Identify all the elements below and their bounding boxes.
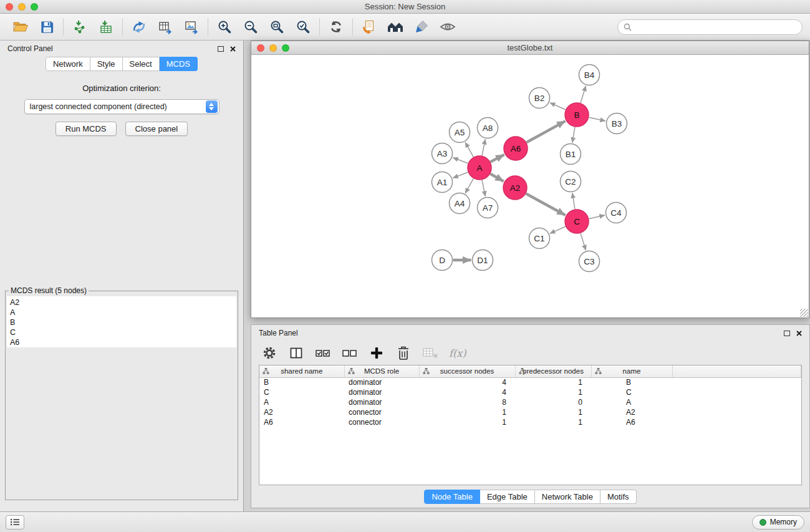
unchecked-boxes-icon[interactable] [342, 345, 358, 361]
tab-node-table[interactable]: Node Table [424, 490, 480, 504]
node-A3[interactable]: A3 [432, 143, 453, 164]
node-B1[interactable]: B1 [561, 144, 581, 165]
column-header-name[interactable]: name [591, 365, 672, 377]
edge-A-A6[interactable] [491, 155, 504, 162]
node-B3[interactable]: B3 [607, 114, 627, 134]
import-table-icon[interactable] [93, 16, 119, 38]
table-row[interactable]: A2connector11A2 [259, 407, 801, 417]
column-split-icon[interactable] [288, 345, 304, 361]
panel-selector-button[interactable] [6, 515, 24, 530]
edge-B-B3[interactable] [589, 117, 605, 121]
edge-C-C2[interactable] [572, 193, 575, 209]
run-mcds-button[interactable]: Run MCDS [55, 122, 117, 136]
tab-network[interactable]: Network [46, 57, 90, 71]
plus-icon[interactable] [369, 345, 385, 361]
result-item[interactable]: A2 [7, 297, 236, 307]
edge-A-A2[interactable] [490, 174, 503, 181]
mcds-result-list[interactable]: A2ABCA6 [7, 296, 236, 347]
edge-B-B4[interactable] [581, 86, 586, 103]
column-header-mcds-role[interactable]: MCDS role [344, 365, 419, 377]
save-floppy-icon[interactable] [34, 16, 60, 38]
minimize-window-button[interactable] [18, 3, 26, 11]
tab-select[interactable]: Select [123, 57, 160, 71]
tab-motifs[interactable]: Motifs [600, 490, 637, 504]
edge-A-A1[interactable] [453, 172, 468, 178]
float-panel-icon[interactable] [218, 46, 224, 52]
edge-B-B2[interactable] [550, 103, 566, 110]
node-A8[interactable]: A8 [478, 118, 498, 138]
zoom-fit-icon[interactable] [264, 16, 290, 38]
edge-A-A7[interactable] [482, 180, 485, 196]
table-export-icon[interactable] [152, 16, 178, 38]
edge-A-A3[interactable] [453, 158, 468, 163]
network-arrows-icon[interactable] [126, 16, 152, 38]
fx-function-builder[interactable]: f(x) [449, 347, 466, 359]
network-canvas[interactable]: AA1A2A3A4A5A6A7A8BB1B2B3B4CC1C2C3C4DD1 [251, 55, 809, 317]
result-item[interactable]: B [7, 317, 236, 327]
node-C4[interactable]: C4 [606, 203, 627, 223]
node-table-container[interactable]: shared nameMCDS rolesuccessor nodesprede… [259, 365, 802, 485]
import-network-icon[interactable] [67, 16, 93, 38]
edge-A-A4[interactable] [465, 178, 473, 193]
trash-icon[interactable] [395, 345, 412, 361]
open-folder-icon[interactable] [7, 16, 34, 38]
table-row[interactable]: A6connector11A6 [259, 417, 801, 427]
network-zoom-button[interactable] [282, 44, 289, 52]
node-D1[interactable]: D1 [473, 250, 493, 271]
resize-grip-icon[interactable] [800, 309, 808, 317]
column-header-shared-name[interactable]: shared name [259, 365, 344, 377]
result-item[interactable]: A6 [7, 337, 236, 347]
column-header-successor-nodes[interactable]: successor nodes [419, 365, 515, 377]
grid-disabled-icon[interactable] [422, 345, 438, 361]
node-A1[interactable]: A1 [432, 172, 453, 193]
tab-edge-table[interactable]: Edge Table [480, 490, 535, 504]
edge-A6-B[interactable] [527, 121, 566, 142]
zoom-out-icon[interactable] [238, 16, 264, 38]
edge-A-A8[interactable] [482, 139, 485, 155]
column-header-predecessor-nodes[interactable]: predecessor nodes [515, 365, 591, 377]
node-B2[interactable]: B2 [529, 88, 550, 109]
node-A[interactable]: A [468, 156, 491, 180]
edge-C-C4[interactable] [589, 215, 605, 219]
table-row[interactable]: Cdominator41C [259, 387, 801, 397]
node-C2[interactable]: C2 [561, 172, 581, 192]
node-A7[interactable]: A7 [478, 198, 498, 218]
node-C[interactable]: C [565, 210, 589, 233]
close-panel-icon[interactable] [230, 46, 236, 52]
edge-B-B1[interactable] [572, 127, 575, 143]
node-A5[interactable]: A5 [450, 122, 470, 143]
table-row[interactable]: Adominator80A [259, 397, 801, 407]
edge-A2-C[interactable] [526, 194, 566, 215]
node-A4[interactable]: A4 [450, 193, 470, 214]
table-row[interactable]: Bdominator41B [259, 377, 801, 387]
result-item[interactable]: A [7, 307, 236, 317]
network-window[interactable]: testGlobe.txt AA1A2A3A4A5A6A7A8BB1B2B3B4… [251, 41, 809, 318]
close-panel-button[interactable]: Close panel [125, 122, 188, 136]
network-window-titlebar[interactable]: testGlobe.txt [251, 41, 809, 55]
tab-network-table[interactable]: Network Table [535, 490, 600, 504]
zoom-check-icon[interactable] [290, 16, 316, 38]
node-A6[interactable]: A6 [504, 137, 528, 160]
zoom-window-button[interactable] [31, 3, 38, 11]
node-C3[interactable]: C3 [579, 251, 600, 272]
close-window-button[interactable] [6, 3, 13, 11]
refresh-arrows-icon[interactable] [323, 16, 349, 38]
document-arrow-icon[interactable] [356, 16, 382, 38]
node-C1[interactable]: C1 [529, 228, 550, 249]
checked-boxes-icon[interactable] [315, 345, 331, 361]
window-titlebar[interactable]: Session: New Session [0, 0, 810, 14]
gear-icon[interactable] [261, 345, 277, 361]
double-house-icon[interactable] [382, 16, 408, 38]
tab-style[interactable]: Style [90, 57, 123, 71]
image-export-icon[interactable] [178, 16, 205, 38]
node-A2[interactable]: A2 [503, 176, 527, 200]
table-close-panel-icon[interactable] [796, 331, 802, 336]
tab-mcds[interactable]: MCDS [160, 57, 198, 71]
search-input[interactable] [635, 22, 796, 31]
network-graph[interactable]: AA1A2A3A4A5A6A7A8BB1B2B3B4CC1C2C3C4DD1 [251, 55, 809, 317]
edge-C-C3[interactable] [581, 233, 586, 250]
network-close-button[interactable] [257, 44, 264, 52]
edge-A-A5[interactable] [465, 142, 473, 157]
paintbrush-icon[interactable] [408, 16, 435, 38]
result-item[interactable]: C [7, 327, 236, 337]
